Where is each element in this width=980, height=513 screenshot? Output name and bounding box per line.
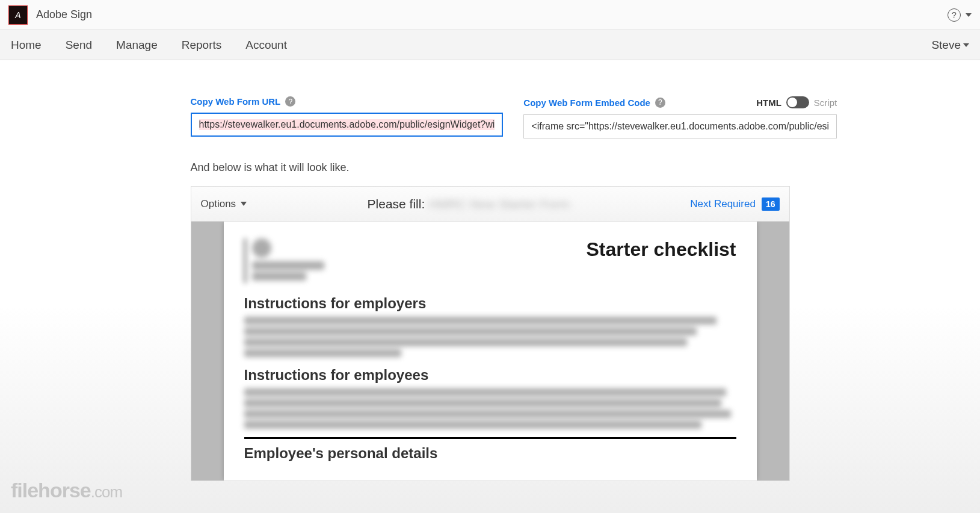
form-preview: Options Please fill: HMRC New Starter Fo… [191,186,790,481]
doc-section-personal: Employee's personal details [244,445,736,462]
embed-help-icon[interactable]: ? [655,98,665,108]
embed-value-text: <iframe src="https://stevewalker.eu1.doc… [531,121,829,132]
doc-para-blurred-2 [244,388,736,429]
toggle-script-label: Script [814,98,837,108]
url-value-text: https://stevewalker.eu1.documents.adobe.… [199,119,495,130]
doc-para-blurred-1 [244,317,736,357]
toggle-knob-icon [787,98,797,107]
nav-reports[interactable]: Reports [182,39,222,52]
url-help-icon[interactable]: ? [285,96,295,107]
embed-code-input[interactable]: <iframe src="https://stevewalker.eu1.doc… [523,114,837,138]
nav-home[interactable]: Home [11,39,42,52]
url-field-label: Copy Web Form URL [191,96,281,107]
doc-section-employers: Instructions for employers [244,295,736,312]
required-count-badge[interactable]: 16 [762,197,780,211]
form-name-blurred: HMRC New Starter Form [428,197,570,211]
document-title: Starter checklist [586,238,736,261]
next-required-link[interactable]: Next Required [690,198,756,210]
embed-format-toggle[interactable] [786,96,809,108]
embed-field-label: Copy Web Form Embed Code [523,98,650,108]
user-name: Steve [931,39,961,52]
doc-section-employees: Instructions for employees [244,367,736,384]
document-viewport[interactable]: Starter checklist Instructions for emplo… [191,222,789,480]
document-page: Starter checklist Instructions for emplo… [224,222,757,480]
app-title: Adobe Sign [36,8,948,21]
preview-toolbar: Options Please fill: HMRC New Starter Fo… [191,187,789,222]
nav-send[interactable]: Send [66,39,92,52]
preview-description: And below is what it will look like. [191,161,790,174]
doc-logo-blurred [244,238,324,283]
adobe-sign-logo-icon: A [8,5,28,25]
nav-manage[interactable]: Manage [116,39,158,52]
doc-section-divider [244,437,736,439]
user-menu-caret-icon [963,43,969,47]
help-icon[interactable]: ? [948,8,961,22]
please-fill-label: Please fill: [368,197,425,211]
help-dropdown-caret-icon[interactable] [966,13,972,17]
nav-account[interactable]: Account [245,39,287,52]
web-form-url-input[interactable]: https://stevewalker.eu1.documents.adobe.… [191,113,504,137]
content-area: Copy Web Form URL ? https://stevewalker.… [0,60,980,481]
options-dropdown[interactable]: Options [201,198,247,210]
app-header: A Adobe Sign ? [0,0,980,30]
user-menu[interactable]: Steve [931,39,969,52]
preview-title: Please fill: HMRC New Starter Form [247,197,690,211]
chevron-down-icon [241,202,247,206]
toggle-html-label: HTML [756,98,781,108]
watermark: filehorse.com [11,479,122,502]
main-nav: Home Send Manage Reports Account Steve [0,30,980,60]
